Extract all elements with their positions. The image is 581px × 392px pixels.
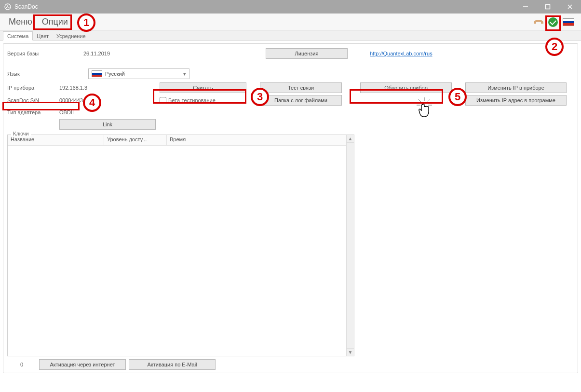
tab-system[interactable]: Система <box>3 31 33 41</box>
test-button[interactable]: Тест связи <box>260 82 342 93</box>
scroll-up-icon[interactable]: ▲ <box>347 135 354 143</box>
flag-ru-icon[interactable] <box>563 18 574 26</box>
sn-label: ScanDoc S/N <box>7 95 55 105</box>
adapter-value: OBDII <box>59 108 156 117</box>
menu-item-options[interactable]: Опции <box>37 15 73 29</box>
flag-ru-icon <box>92 70 102 77</box>
sn-value: 00004443 <box>59 95 156 105</box>
annotation-circle-2: 2 <box>545 38 564 56</box>
keys-body <box>8 146 346 356</box>
change-ip-device-button[interactable]: Изменить IP в приборе <box>465 82 567 93</box>
keys-panel: Ключи Название Уровень досту... Время ▲ … <box>7 135 354 370</box>
read-button[interactable]: Считать <box>160 82 246 93</box>
db-version-value: 26.11.2019 <box>83 51 262 56</box>
phone-icon[interactable] <box>533 18 543 27</box>
activate-internet-button[interactable]: Активация через интернет <box>39 359 126 370</box>
keys-scrollbar[interactable]: ▲ ▼ <box>346 135 354 356</box>
keys-col-name[interactable]: Название <box>8 135 104 145</box>
activation-row: 0 Активация через интернет Активация по … <box>7 359 354 370</box>
app-title: ScanDoc <box>14 3 514 10</box>
app-icon <box>4 3 12 11</box>
annotation-circle-5: 5 <box>448 88 467 106</box>
subtabs: Система Цвет Усреднение <box>0 31 581 41</box>
link-button[interactable]: Link <box>59 119 156 130</box>
annotation-circle-3: 3 <box>251 88 269 106</box>
ip-value: 192.168.1.3 <box>59 83 156 93</box>
language-value: Русский <box>105 71 125 77</box>
window-controls <box>514 0 581 14</box>
activate-email-button[interactable]: Активация по E-Mail <box>129 359 216 370</box>
site-link[interactable]: http://QuantexLab.com/rus <box>370 51 432 56</box>
keys-header: Название Уровень досту... Время <box>8 135 346 146</box>
tab-color[interactable]: Цвет <box>33 32 53 40</box>
tab-averaging[interactable]: Усреднение <box>53 32 90 40</box>
maximize-button[interactable] <box>537 0 559 14</box>
keys-col-time[interactable]: Время <box>167 135 346 145</box>
ip-label: IP прибора <box>7 83 55 93</box>
logs-button[interactable]: Папка с лог файлами <box>260 95 342 106</box>
language-select[interactable]: Русский ▾ <box>88 68 189 79</box>
license-button[interactable]: Лицензия <box>266 48 348 59</box>
svg-rect-2 <box>546 5 550 9</box>
system-panel: Версия базы 26.11.2019 Лицензия http://Q… <box>3 43 578 373</box>
db-version-label: Версия базы <box>7 51 80 56</box>
minimize-button[interactable] <box>514 0 537 14</box>
beta-checkbox[interactable]: Бета-тестирование <box>160 97 216 104</box>
menu-item-menu[interactable]: Меню <box>4 15 37 29</box>
titlebar: ScanDoc <box>0 0 581 14</box>
scroll-down-icon[interactable]: ▼ <box>347 348 354 356</box>
annotation-circle-1: 1 <box>77 14 95 32</box>
language-label: Язык <box>7 71 84 77</box>
keys-col-access[interactable]: Уровень досту... <box>104 135 167 145</box>
status-ok-icon[interactable] <box>548 17 558 27</box>
close-button[interactable] <box>559 0 581 14</box>
change-ip-program-button[interactable]: Изменить IP адрес в программе <box>465 95 567 106</box>
keys-legend: Ключи <box>11 131 31 136</box>
annotation-circle-4: 4 <box>83 94 101 112</box>
adapter-label: Тип адаптера <box>7 108 55 117</box>
update-button[interactable]: Обновить прибор <box>360 82 452 93</box>
keys-count: 0 <box>7 362 36 367</box>
content: Версия базы 26.11.2019 Лицензия http://Q… <box>0 41 581 376</box>
chevron-down-icon: ▾ <box>183 71 186 77</box>
